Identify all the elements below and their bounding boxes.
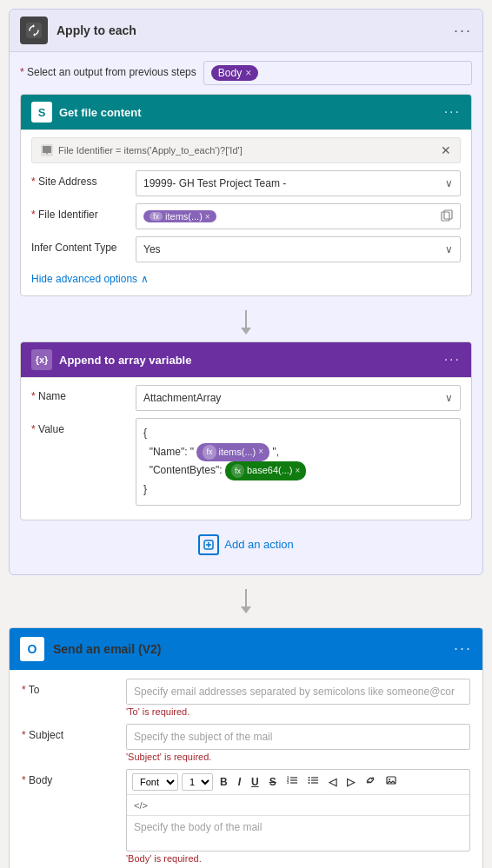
to-input[interactable]: Specify email addresses separated by sem… [126,679,470,705]
infer-content-label: Infer Content Type [31,236,127,254]
underline-btn[interactable]: U [248,774,263,790]
font-select[interactable]: Font [132,773,178,791]
subject-required-error: 'Subject' is required. [126,752,470,762]
strikethrough-btn[interactable]: S [266,774,280,790]
body-required-error: 'Body' is required. [126,853,470,864]
array-name-input[interactable]: AttachmentArray ∨ [136,385,461,411]
file-identifier-token: fx items(...) × [143,210,216,222]
info-bar-close[interactable]: ✕ [441,143,451,157]
outlook-icon: O [20,637,44,661]
select-output-row: * Select an output from previous steps B… [20,61,472,85]
array-value-label: * Value [31,418,127,435]
loop-icon [20,17,48,44]
bold-btn[interactable]: B [216,774,231,790]
chat-icon [41,144,53,156]
svg-point-18 [308,782,309,784]
connector-1 [20,303,472,341]
svg-point-16 [308,777,309,779]
page-container: Apply to each ··· * Select an output fro… [0,0,492,868]
file-identifier-label: * File Identifier [31,203,127,221]
code-icon[interactable]: </> [134,800,148,811]
apply-each-menu[interactable]: ··· [454,22,472,40]
file-identifier-info: File Identifier = items('Apply_to_each')… [31,137,461,163]
subject-row: * Subject Specify the subject of the mai… [22,724,470,762]
sharepoint-icon: S [31,102,52,123]
ul-btn[interactable] [304,773,322,790]
value-line-content: "ContentBytes": fx base64(...) × [143,461,453,480]
to-required-error: 'To' is required. [126,706,470,717]
value-line-open: { [143,424,453,443]
send-email-menu[interactable]: ··· [454,639,472,658]
body-token: Body × [211,65,258,81]
ol-btn[interactable]: 1 2 3 [283,773,301,790]
body-content[interactable]: Specify the body of the mail [127,816,469,851]
send-email-body: * To Specify email addresses separated b… [10,670,482,868]
body-row: * Body Font 12 B [22,769,470,864]
apply-each-card: Apply to each ··· * Select an output fro… [9,9,483,575]
add-action-row: Add an action [20,527,472,566]
add-action-btn[interactable]: Add an action [198,534,294,555]
append-array-body: * Name AttachmentArray ∨ * Value [21,378,471,520]
required-asterisk: * [20,66,24,78]
code-row: </> [127,795,469,816]
file-identifier-row: * File Identifier fx items(...) × [31,203,461,229]
name-token-close[interactable]: × [258,444,263,460]
get-file-title: Get file content [59,106,444,119]
body-editor: Font 12 B I U S [126,769,470,851]
indent-left-btn[interactable]: ◁ [325,774,340,790]
svg-text:3: 3 [287,780,289,785]
get-file-menu[interactable]: ··· [444,104,461,120]
apply-each-content: * Select an output from previous steps B… [10,52,482,574]
link-btn[interactable] [362,773,379,790]
apply-each-title: Apply to each [57,23,454,37]
site-address-arrow: ∨ [445,177,453,189]
body-label: * Body [22,769,117,786]
array-value-editor[interactable]: { "Name": " fx items(...) × ", [136,418,461,506]
subject-input[interactable]: Specify the subject of the mail [126,724,470,750]
infer-content-row: Infer Content Type Yes ∨ [31,236,461,262]
array-icon: {x} [31,349,52,370]
get-file-header: S Get file content ··· [21,95,471,130]
italic-btn[interactable]: I [235,774,244,790]
hide-advanced-btn[interactable]: Hide advanced options ∧ [31,269,461,288]
send-email-card: O Send an email (V2) ··· * To Specify em… [9,627,483,868]
add-action-icon [198,534,219,555]
select-output-label: * Select an output from previous steps [20,61,196,78]
array-name-label: * Name [31,385,127,402]
select-output-box[interactable]: Body × [203,61,472,85]
file-identifier-input[interactable]: fx items(...) × [136,203,461,229]
value-line-close: } [143,480,453,500]
value-line-name: "Name": " fx items(...) × ", [143,443,453,462]
apply-each-header: Apply to each ··· [10,10,482,52]
content-token-close[interactable]: × [296,463,301,479]
site-address-label: * Site Address [31,170,127,188]
append-array-card: {x} Append to array variable ··· * Name … [20,341,472,520]
send-email-header: O Send an email (V2) ··· [10,628,482,670]
array-name-arrow: ∨ [445,392,453,404]
array-value-row: * Value { "Name": " fx items(...) × [31,418,461,506]
svg-point-17 [308,779,309,781]
file-id-token-close[interactable]: × [205,212,210,222]
infer-content-input[interactable]: Yes ∨ [136,236,461,262]
to-label: * To [22,679,117,696]
infer-content-arrow: ∨ [445,243,453,255]
svg-point-20 [389,779,390,780]
append-array-title: Append to array variable [59,354,444,367]
get-file-body: File Identifier = items('Apply_to_each')… [21,130,471,295]
append-array-header: {x} Append to array variable ··· [21,342,471,378]
file-id-copy-icon[interactable] [441,209,453,224]
get-file-card: S Get file content ··· File Identifier =… [20,94,472,296]
to-row: * To Specify email addresses separated b… [22,679,470,717]
send-email-title: Send an email (V2) [53,642,454,656]
body-token-close[interactable]: × [245,67,251,79]
append-array-menu[interactable]: ··· [444,352,461,368]
content-token: fx base64(...) × [225,461,306,480]
image-btn[interactable] [382,773,400,790]
site-address-input[interactable]: 19999- GH Test Project Team - ∨ [136,170,461,196]
body-toolbar: Font 12 B I U S [127,770,469,795]
font-size-select[interactable]: 12 [182,773,213,791]
name-token: fx items(...) × [196,443,269,462]
indent-right-btn[interactable]: ▷ [343,774,358,790]
connector-main [9,582,483,620]
array-name-row: * Name AttachmentArray ∨ [31,385,461,411]
